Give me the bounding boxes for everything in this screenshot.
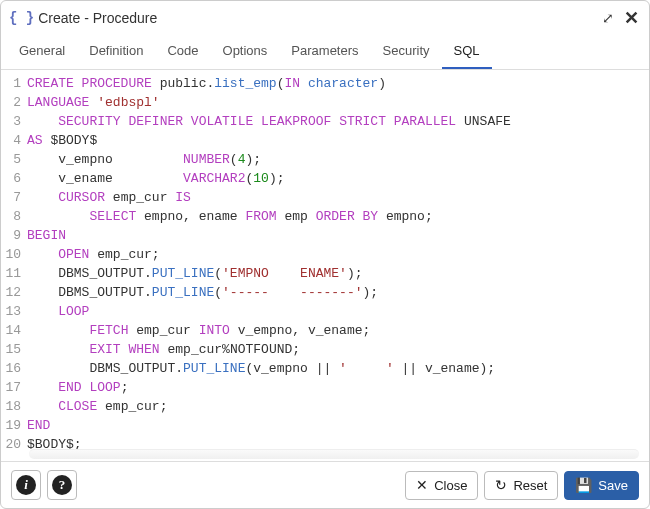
code-content: END: [27, 416, 50, 435]
create-procedure-dialog: { } Create - Procedure ⤢ ✕ GeneralDefini…: [0, 0, 650, 509]
line-number: 6: [1, 169, 27, 188]
code-content: DBMS_OUTPUT.PUT_LINE(v_empno || ' ' || v…: [27, 359, 495, 378]
code-line: 13 LOOP: [1, 302, 649, 321]
line-number: 18: [1, 397, 27, 416]
code-line: 14 FETCH emp_cur INTO v_empno, v_ename;: [1, 321, 649, 340]
line-number: 17: [1, 378, 27, 397]
x-icon: ✕: [416, 478, 428, 492]
line-number: 8: [1, 207, 27, 226]
tab-code[interactable]: Code: [155, 35, 210, 69]
code-line: 16 DBMS_OUTPUT.PUT_LINE(v_empno || ' ' |…: [1, 359, 649, 378]
code-content: $BODY$;: [27, 435, 82, 449]
dialog-titlebar: { } Create - Procedure ⤢ ✕: [1, 1, 649, 35]
sql-editor[interactable]: 1CREATE PROCEDURE public.list_emp(IN cha…: [1, 70, 649, 449]
code-line: 12 DBMS_OUTPUT.PUT_LINE('----- -------')…: [1, 283, 649, 302]
code-line: 3 SECURITY DEFINER VOLATILE LEAKPROOF ST…: [1, 112, 649, 131]
line-number: 1: [1, 74, 27, 93]
info-button[interactable]: i: [11, 470, 41, 500]
code-content: END LOOP;: [27, 378, 128, 397]
line-number: 19: [1, 416, 27, 435]
code-line: 19END: [1, 416, 649, 435]
code-content: OPEN emp_cur;: [27, 245, 160, 264]
line-number: 15: [1, 340, 27, 359]
code-line: 20$BODY$;: [1, 435, 649, 449]
line-number: 4: [1, 131, 27, 150]
tabs-bar: GeneralDefinitionCodeOptionsParametersSe…: [1, 35, 649, 70]
code-content: BEGIN: [27, 226, 66, 245]
line-number: 13: [1, 302, 27, 321]
save-icon: 💾: [575, 478, 592, 492]
line-number: 10: [1, 245, 27, 264]
close-button-label: Close: [434, 478, 467, 493]
dialog-title: Create - Procedure: [38, 10, 592, 26]
code-content: v_empno NUMBER(4);: [27, 150, 261, 169]
info-icon: i: [16, 475, 36, 495]
code-line: 18 CLOSE emp_cur;: [1, 397, 649, 416]
line-number: 5: [1, 150, 27, 169]
dialog-footer: i ? ✕ Close ↻ Reset 💾 Save: [1, 461, 649, 508]
reset-button-label: Reset: [513, 478, 547, 493]
line-number: 12: [1, 283, 27, 302]
line-number: 16: [1, 359, 27, 378]
line-number: 3: [1, 112, 27, 131]
code-line: 6 v_ename VARCHAR2(10);: [1, 169, 649, 188]
horizontal-scrollbar[interactable]: [29, 449, 639, 459]
code-line: 15 EXIT WHEN emp_cur%NOTFOUND;: [1, 340, 649, 359]
procedure-braces-icon: { }: [9, 10, 34, 26]
code-content: SECURITY DEFINER VOLATILE LEAKPROOF STRI…: [27, 112, 511, 131]
help-button[interactable]: ?: [47, 470, 77, 500]
reset-button[interactable]: ↻ Reset: [484, 471, 558, 500]
code-line: 10 OPEN emp_cur;: [1, 245, 649, 264]
tab-definition[interactable]: Definition: [77, 35, 155, 69]
tab-sql[interactable]: SQL: [442, 35, 492, 69]
code-content: LANGUAGE 'edbspl': [27, 93, 160, 112]
line-number: 20: [1, 435, 27, 449]
close-icon[interactable]: ✕: [624, 7, 639, 29]
tab-general[interactable]: General: [7, 35, 77, 69]
code-line: 1CREATE PROCEDURE public.list_emp(IN cha…: [1, 74, 649, 93]
line-number: 14: [1, 321, 27, 340]
tab-options[interactable]: Options: [211, 35, 280, 69]
code-content: DBMS_OUTPUT.PUT_LINE('----- -------');: [27, 283, 378, 302]
code-line: 7 CURSOR emp_cur IS: [1, 188, 649, 207]
code-line: 17 END LOOP;: [1, 378, 649, 397]
code-content: AS $BODY$: [27, 131, 97, 150]
help-icon: ?: [52, 475, 72, 495]
tab-parameters[interactable]: Parameters: [279, 35, 370, 69]
code-line: 11 DBMS_OUTPUT.PUT_LINE('EMPNO ENAME');: [1, 264, 649, 283]
code-content: LOOP: [27, 302, 89, 321]
code-content: DBMS_OUTPUT.PUT_LINE('EMPNO ENAME');: [27, 264, 363, 283]
code-line: 4AS $BODY$: [1, 131, 649, 150]
code-content: FETCH emp_cur INTO v_empno, v_ename;: [27, 321, 370, 340]
code-line: 2LANGUAGE 'edbspl': [1, 93, 649, 112]
save-button-label: Save: [598, 478, 628, 493]
line-number: 11: [1, 264, 27, 283]
line-number: 7: [1, 188, 27, 207]
code-line: 8 SELECT empno, ename FROM emp ORDER BY …: [1, 207, 649, 226]
tab-security[interactable]: Security: [371, 35, 442, 69]
line-number: 9: [1, 226, 27, 245]
expand-icon[interactable]: ⤢: [602, 10, 614, 26]
code-content: SELECT empno, ename FROM emp ORDER BY em…: [27, 207, 433, 226]
code-content: CURSOR emp_cur IS: [27, 188, 191, 207]
reset-icon: ↻: [495, 478, 507, 492]
line-number: 2: [1, 93, 27, 112]
close-button[interactable]: ✕ Close: [405, 471, 478, 500]
code-line: 5 v_empno NUMBER(4);: [1, 150, 649, 169]
code-line: 9BEGIN: [1, 226, 649, 245]
code-content: v_ename VARCHAR2(10);: [27, 169, 284, 188]
code-content: CREATE PROCEDURE public.list_emp(IN char…: [27, 74, 386, 93]
save-button[interactable]: 💾 Save: [564, 471, 639, 500]
code-content: CLOSE emp_cur;: [27, 397, 167, 416]
code-content: EXIT WHEN emp_cur%NOTFOUND;: [27, 340, 300, 359]
